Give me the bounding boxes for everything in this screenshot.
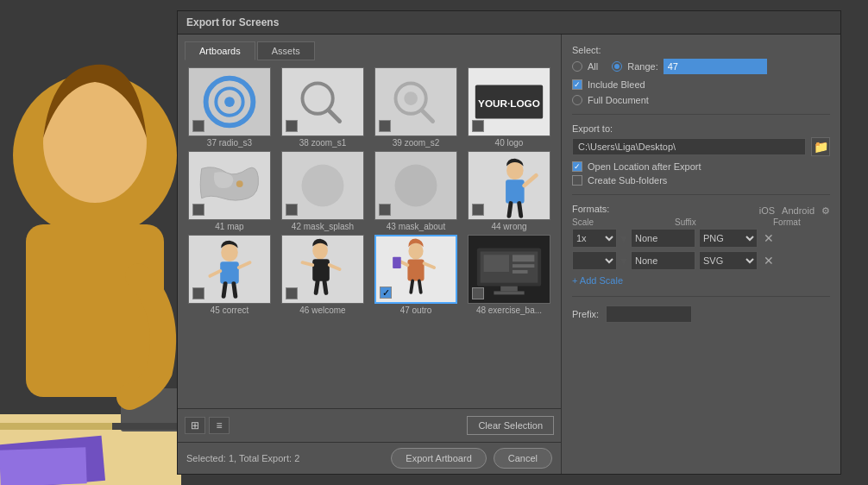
format-select-svg[interactable]: SVG PNG JPG PDF	[699, 251, 758, 270]
svg-point-44	[312, 243, 328, 260]
prefix-row: Prefix:	[572, 305, 830, 323]
artboard-label: 45 correct	[188, 305, 271, 315]
select-section: Select: All Range: Include Bleed	[572, 45, 830, 105]
artboard-checkbox[interactable]	[472, 204, 484, 216]
export-to-row: 📁	[572, 137, 830, 156]
artboard-item[interactable]: 48 exercise_ba...	[464, 235, 554, 315]
artboard-item[interactable]: 42 mask_splash	[278, 151, 368, 231]
artboard-item[interactable]: 46 welcome	[278, 235, 368, 315]
export-to-label: Export to:	[572, 123, 830, 134]
artboard-checkbox[interactable]	[286, 120, 298, 132]
remove-format-2-button[interactable]: ✕	[761, 253, 777, 268]
artboards-grid[interactable]: 37 radio_s3 38 zoom_s1	[178, 60, 561, 408]
range-radio-group[interactable]: Range:	[612, 59, 766, 74]
browse-folder-button[interactable]: 📁	[811, 137, 830, 156]
all-radio-group[interactable]: All	[572, 61, 598, 72]
range-radio[interactable]	[612, 61, 622, 72]
tabs-row: Artboards Assets	[178, 35, 561, 60]
dialog-body: Artboards Assets	[178, 35, 840, 474]
format-select-png[interactable]: PNG SVG JPG PDF	[699, 229, 758, 248]
left-panel: Artboards Assets	[178, 35, 562, 474]
formats-tabs: iOS Android ⚙	[759, 205, 830, 217]
artboard-checkbox-checked[interactable]: ✓	[380, 287, 392, 299]
artboard-thumb	[188, 67, 271, 136]
open-location-checkbox[interactable]	[572, 161, 582, 172]
suffix-input-2[interactable]	[631, 251, 695, 270]
artboard-checkbox[interactable]	[192, 204, 204, 216]
artboard-checkbox[interactable]	[192, 287, 204, 299]
tab-assets[interactable]: Assets	[257, 41, 315, 60]
artboard-checkbox[interactable]	[472, 287, 484, 299]
full-document-radio-group[interactable]: Full Document	[572, 95, 830, 105]
tab-artboards[interactable]: Artboards	[185, 41, 255, 60]
artboard-checkbox[interactable]	[286, 287, 298, 299]
range-input[interactable]	[664, 59, 767, 74]
artboard-thumb	[468, 151, 550, 220]
artboard-thumb	[281, 151, 364, 220]
ios-tab[interactable]: iOS	[759, 205, 775, 216]
artboard-thumb	[281, 67, 364, 136]
artboard-label: 48 exercise_ba...	[468, 305, 550, 315]
gear-icon[interactable]: ⚙	[821, 205, 830, 217]
artboard-item[interactable]: 45 correct	[185, 235, 274, 315]
scale-select-2[interactable]: 1x 2x	[572, 251, 617, 270]
svg-rect-3	[26, 224, 164, 397]
formats-header: Formats: iOS Android ⚙	[572, 204, 830, 217]
artboard-item[interactable]: 37 radio_s3	[185, 67, 274, 148]
select-label: Select:	[572, 45, 830, 55]
artboard-checkbox[interactable]	[379, 120, 391, 132]
format-row-png: 1x 2x 3x ▾ PNG SVG JPG PDF ✕	[572, 229, 830, 248]
divider-2	[572, 194, 830, 195]
scale-select-1[interactable]: 1x 2x 3x	[572, 229, 617, 248]
add-scale-button[interactable]: + Add Scale	[572, 274, 623, 287]
range-label: Range:	[627, 61, 657, 72]
full-document-radio[interactable]	[572, 95, 582, 105]
artboard-label: 43 mask_about	[374, 222, 457, 231]
format-col-header: Format	[773, 217, 830, 227]
svg-point-25	[236, 180, 243, 187]
artboard-checkbox[interactable]	[286, 204, 298, 216]
artboard-item-selected[interactable]: ✓ 47 outro	[371, 235, 461, 315]
artboard-thumb: YOUR·LOGO	[468, 67, 550, 136]
list-view-button[interactable]: ≡	[209, 417, 230, 434]
create-subfolders-checkbox[interactable]	[572, 175, 582, 186]
artboard-item[interactable]: 39 zoom_s2	[371, 67, 461, 148]
svg-rect-52	[407, 260, 424, 281]
artboard-checkbox[interactable]	[379, 204, 391, 216]
include-bleed-checkbox[interactable]	[572, 79, 582, 90]
grid-view-button[interactable]: ⊞	[185, 417, 205, 434]
export-path-input[interactable]	[572, 138, 806, 155]
export-to-section: Export to: 📁 Open Location after Export …	[572, 123, 830, 186]
chevron-down-icon-1: ▾	[620, 230, 627, 247]
create-subfolders-label: Create Sub-folders	[588, 175, 667, 186]
full-document-label: Full Document	[588, 95, 649, 105]
artboard-item[interactable]: 44 wrong	[464, 151, 554, 231]
artboard-thumb	[188, 151, 271, 220]
clear-selection-button[interactable]: Clear Selection	[467, 416, 554, 435]
all-radio[interactable]	[572, 61, 582, 72]
artboard-checkbox[interactable]	[472, 120, 484, 132]
divider-1	[572, 114, 830, 115]
artboard-item[interactable]: YOUR·LOGO 40 logo	[464, 67, 554, 148]
svg-line-56	[411, 280, 412, 292]
export-artboard-button[interactable]: Export Artboard	[391, 448, 486, 469]
artboard-checkbox[interactable]	[192, 120, 204, 132]
artboard-item[interactable]: 41 map	[185, 151, 274, 231]
artboard-label: 46 welcome	[281, 305, 364, 315]
svg-rect-9	[0, 447, 87, 485]
svg-text:YOUR·LOGO: YOUR·LOGO	[478, 98, 540, 109]
artboard-label: 47 outro	[374, 305, 457, 315]
artboard-item[interactable]: 43 mask_about	[371, 151, 461, 231]
prefix-input[interactable]	[606, 305, 692, 323]
prefix-label: Prefix:	[572, 309, 599, 319]
cancel-button[interactable]: Cancel	[494, 448, 552, 469]
artboard-item[interactable]: 38 zoom_s1	[278, 67, 368, 148]
artboard-thumb	[468, 235, 550, 304]
status-text: Selected: 1, Total Export: 2	[186, 453, 299, 463]
suffix-input-1[interactable]	[631, 229, 695, 248]
artboard-thumb	[374, 151, 457, 220]
remove-format-1-button[interactable]: ✕	[761, 230, 777, 246]
svg-rect-32	[506, 180, 525, 203]
android-tab[interactable]: Android	[782, 205, 815, 216]
artboard-label: 44 wrong	[468, 222, 550, 231]
